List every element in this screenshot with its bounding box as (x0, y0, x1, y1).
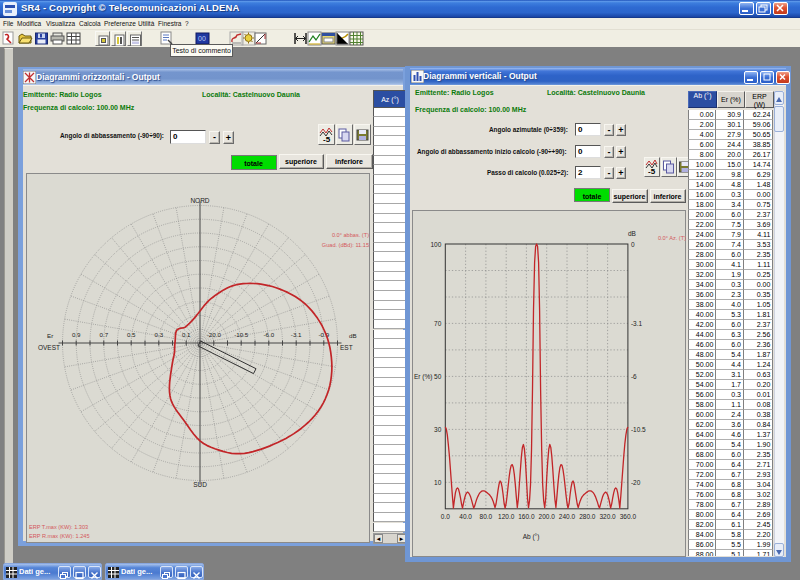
svg-text:00: 00 (198, 35, 206, 42)
